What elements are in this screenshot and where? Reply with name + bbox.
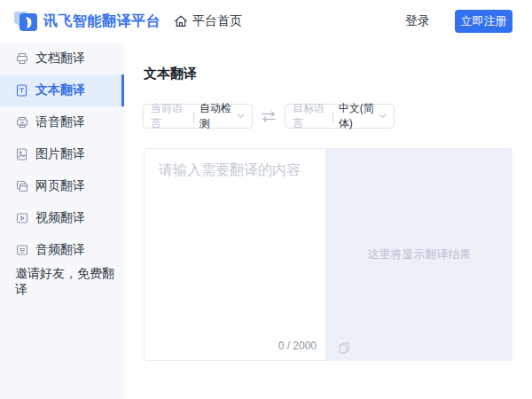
home-icon [174, 14, 188, 28]
chevron-down-icon [237, 113, 245, 119]
divider: | [332, 110, 334, 122]
translate-panels: 0 / 2000 这里将显示翻译结果 [144, 148, 512, 361]
top-header: 讯飞智能翻译平台 平台首页 登录 立即注册 [0, 0, 532, 43]
source-language-prefix: 当前语言 [151, 101, 188, 131]
register-button[interactable]: 立即注册 [455, 10, 512, 33]
divider: | [192, 110, 195, 122]
sidebar-item-voice-translate[interactable]: 语音翻译 [0, 106, 124, 138]
chevron-down-icon [379, 113, 387, 119]
sidebar-item-label: 网页翻译 [35, 178, 85, 194]
sidebar-item-label: 图片翻译 [35, 146, 85, 162]
home-nav-label: 平台首页 [192, 13, 242, 29]
language-bar: 当前语言 | 自动检测 目标语言 | 中文(简体) [143, 104, 395, 129]
result-placeholder-text: 这里将显示翻译结果 [368, 246, 472, 262]
sidebar-item-document-translate[interactable]: 文档翻译 [0, 43, 124, 74]
target-language-select[interactable]: 目标语言 | 中文(简体) [285, 104, 395, 129]
swap-languages-icon[interactable] [261, 111, 277, 122]
char-counter: 0 / 2000 [278, 340, 317, 352]
home-nav-link[interactable]: 平台首页 [174, 13, 242, 29]
sidebar-nav: 文档翻译 文本翻译 语音翻译 图片翻译 [0, 43, 124, 399]
sidebar-item-webpage-translate[interactable]: 网页翻译 [0, 170, 124, 202]
text-translate-icon [15, 84, 28, 98]
main-content: 文本翻译 当前语言 | 自动检测 目标语言 | 中文(简体) [124, 43, 532, 399]
logo-icon [14, 9, 38, 34]
video-translate-icon [15, 212, 28, 225]
source-language-select[interactable]: 当前语言 | 自动检测 [143, 104, 253, 129]
sidebar-item-label: 音频翻译 [35, 242, 85, 258]
sidebar-item-video-translate[interactable]: 视频翻译 [0, 202, 124, 234]
target-language-value: 中文(简体) [339, 101, 379, 131]
audio-translate-icon [15, 244, 28, 257]
translation-platform-page: 讯飞智能翻译平台 平台首页 登录 立即注册 文档翻译 [0, 0, 532, 399]
source-text-input[interactable] [145, 149, 325, 331]
target-language-prefix: 目标语言 [293, 101, 327, 131]
webpage-translate-icon [15, 180, 28, 193]
page-title: 文本翻译 [144, 66, 197, 82]
platform-logo[interactable]: 讯飞智能翻译平台 [14, 9, 160, 34]
image-translate-icon [15, 148, 28, 161]
sidebar-item-label: 语音翻译 [35, 114, 85, 130]
logo-text: 讯飞智能翻译平台 [43, 12, 160, 31]
sidebar-item-image-translate[interactable]: 图片翻译 [0, 138, 124, 170]
sidebar-item-label: 文本翻译 [35, 82, 85, 98]
copy-icon [339, 342, 349, 354]
copy-result-button[interactable] [339, 342, 349, 354]
sidebar-item-label: 视频翻译 [35, 210, 85, 226]
document-translate-icon [15, 52, 28, 66]
sidebar-item-text-translate[interactable]: 文本翻译 [0, 74, 124, 106]
source-language-value: 自动检测 [200, 101, 237, 131]
translation-result-panel: 这里将显示翻译结果 [326, 148, 512, 361]
source-text-panel: 0 / 2000 [144, 148, 326, 361]
login-link[interactable]: 登录 [405, 13, 430, 29]
invite-friends-link[interactable]: 邀请好友，免费翻译 [0, 266, 124, 298]
sidebar-item-audio-translate[interactable]: 音频翻译 [0, 234, 124, 266]
sidebar-item-label: 文档翻译 [35, 51, 85, 66]
voice-translate-icon [15, 116, 28, 129]
